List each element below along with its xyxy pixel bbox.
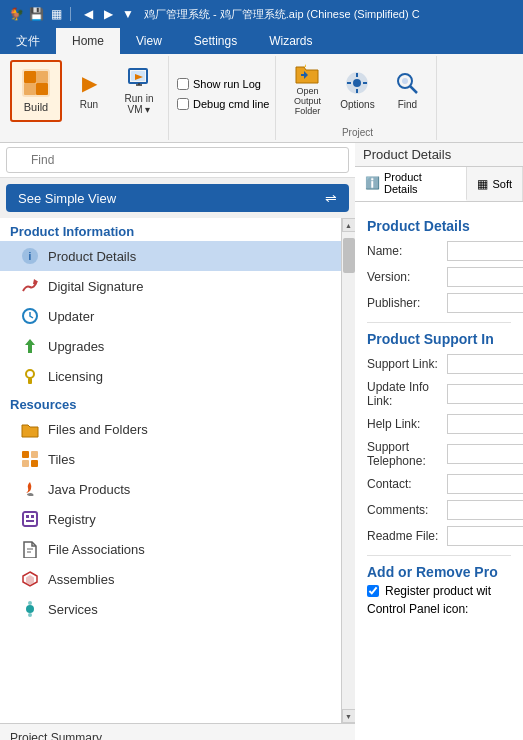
- options-icon: [343, 69, 371, 97]
- field-input-name[interactable]: [447, 241, 523, 261]
- app-icon: 🐓: [8, 6, 24, 22]
- run-icon: ▶: [75, 69, 103, 97]
- sidebar-item-assemblies[interactable]: Assemblies: [0, 564, 341, 594]
- divider-1: [367, 322, 511, 323]
- svg-point-21: [26, 370, 34, 378]
- add-remove-section-title: Add or Remove Pro: [367, 564, 511, 580]
- checkbox-register-product[interactable]: Register product wit: [367, 584, 511, 598]
- right-tab-icon-1: ℹ️: [365, 176, 380, 190]
- show-run-log-checkbox[interactable]: Show run Log: [177, 78, 269, 90]
- field-input-readme[interactable]: [447, 526, 523, 546]
- forward-icon[interactable]: ▶: [100, 6, 116, 22]
- field-label-update-info: Update Info Link:: [367, 380, 447, 408]
- sidebar-item-services[interactable]: Services: [0, 594, 341, 624]
- open-output-label: Open Output Folder: [287, 87, 327, 117]
- tab-home[interactable]: Home: [56, 28, 120, 54]
- svg-point-16: [402, 78, 408, 84]
- tab-file[interactable]: 文件: [0, 28, 56, 54]
- field-row-comments: Comments:: [367, 497, 511, 523]
- tab-view[interactable]: View: [120, 28, 178, 54]
- sidebar-item-java-products[interactable]: Java Products: [0, 474, 341, 504]
- build-label: Build: [24, 101, 48, 114]
- svg-rect-23: [22, 451, 29, 458]
- run-in-vm-button[interactable]: Run in VM ▾: [116, 60, 162, 118]
- project-summary[interactable]: Project Summary: [0, 723, 355, 740]
- tab-wizards[interactable]: Wizards: [253, 28, 328, 54]
- field-input-publisher[interactable]: [447, 293, 523, 313]
- svg-rect-4: [36, 83, 48, 95]
- ribbon-group-tools: Open Output Folder Options: [278, 56, 437, 140]
- right-tab-product-details[interactable]: ℹ️ Product Details: [355, 167, 467, 201]
- sidebar-item-product-details[interactable]: i Product Details: [0, 241, 341, 271]
- scroll-thumb[interactable]: [343, 238, 355, 273]
- product-support-section-title: Product Support In: [367, 331, 511, 347]
- checkbox-control-panel[interactable]: Control Panel icon:: [367, 602, 511, 616]
- sidebar-item-upgrades[interactable]: Upgrades: [0, 331, 341, 361]
- sidebar-item-files-folders[interactable]: Files and Folders: [0, 414, 341, 444]
- svg-point-35: [26, 605, 34, 613]
- run-button[interactable]: ▶ Run: [66, 60, 112, 118]
- register-product-checkbox[interactable]: [367, 585, 379, 597]
- svg-rect-1: [24, 71, 36, 83]
- field-input-support-tel[interactable]: [447, 444, 523, 464]
- digital-signature-icon: [20, 276, 40, 296]
- grid-icon[interactable]: ▦: [48, 6, 64, 22]
- svg-rect-13: [363, 82, 367, 84]
- field-row-readme: Readme File:: [367, 523, 511, 549]
- debug-cmd-label: Debug cmd line: [193, 98, 269, 110]
- sidebar-item-licensing[interactable]: Licensing: [0, 361, 341, 391]
- sidebar-item-tiles[interactable]: Tiles: [0, 444, 341, 474]
- field-input-update-info[interactable]: [447, 384, 523, 404]
- floppy-icon[interactable]: 💾: [28, 6, 44, 22]
- files-folders-icon: [20, 419, 40, 439]
- build-button[interactable]: Build: [10, 60, 62, 122]
- simple-view-button[interactable]: See Simple View ⇌: [6, 184, 349, 212]
- section-product-information: Product Information: [0, 218, 341, 241]
- field-input-help-link[interactable]: [447, 414, 523, 434]
- scroll-up-button[interactable]: ▲: [342, 218, 356, 232]
- sidebar-item-registry[interactable]: Registry: [0, 504, 341, 534]
- filter-icon: ⇌: [325, 190, 337, 206]
- svg-text:i: i: [29, 251, 32, 262]
- field-input-contact[interactable]: [447, 474, 523, 494]
- updater-label: Updater: [48, 309, 94, 324]
- scroll-track: [343, 233, 355, 708]
- show-run-log-input[interactable]: [177, 78, 189, 90]
- ribbon-tabs: 文件 Home View Settings Wizards: [0, 28, 523, 54]
- updater-icon: [20, 306, 40, 326]
- find-button[interactable]: Find: [384, 60, 430, 118]
- dropdown-icon[interactable]: ▼: [120, 6, 136, 22]
- svg-rect-26: [31, 460, 38, 467]
- services-icon: [20, 599, 40, 619]
- field-row-help-link: Help Link:: [367, 411, 511, 437]
- registry-icon: [20, 509, 40, 529]
- open-output-button[interactable]: Open Output Folder: [284, 60, 330, 118]
- register-product-label: Register product wit: [385, 584, 491, 598]
- divider-2: [367, 555, 511, 556]
- scroll-down-button[interactable]: ▼: [342, 709, 356, 723]
- field-input-version[interactable]: [447, 267, 523, 287]
- options-button[interactable]: Options: [334, 60, 380, 118]
- field-label-comments: Comments:: [367, 503, 447, 517]
- assemblies-icon: [20, 569, 40, 589]
- field-row-support-tel: Support Telephone:: [367, 437, 511, 471]
- vertical-scrollbar[interactable]: ▲ ▼: [341, 218, 355, 723]
- back-icon[interactable]: ◀: [80, 6, 96, 22]
- project-label: Project: [278, 127, 436, 138]
- field-input-support-link[interactable]: [447, 354, 523, 374]
- right-tab-soft[interactable]: ▦ Soft: [467, 167, 523, 201]
- sidebar-item-updater[interactable]: Updater: [0, 301, 341, 331]
- debug-cmd-checkbox[interactable]: Debug cmd line: [177, 98, 269, 110]
- debug-cmd-input[interactable]: [177, 98, 189, 110]
- field-input-comments[interactable]: [447, 500, 523, 520]
- services-label: Services: [48, 602, 98, 617]
- sidebar-item-digital-signature[interactable]: Digital Signature: [0, 271, 341, 301]
- sidebar-item-file-associations[interactable]: File Associations: [0, 534, 341, 564]
- tab-settings[interactable]: Settings: [178, 28, 253, 54]
- product-details-icon: i: [20, 246, 40, 266]
- svg-marker-20: [25, 339, 35, 353]
- field-row-version: Version:: [367, 264, 511, 290]
- find-icon: [393, 69, 421, 97]
- registry-label: Registry: [48, 512, 96, 527]
- search-input[interactable]: [6, 147, 349, 173]
